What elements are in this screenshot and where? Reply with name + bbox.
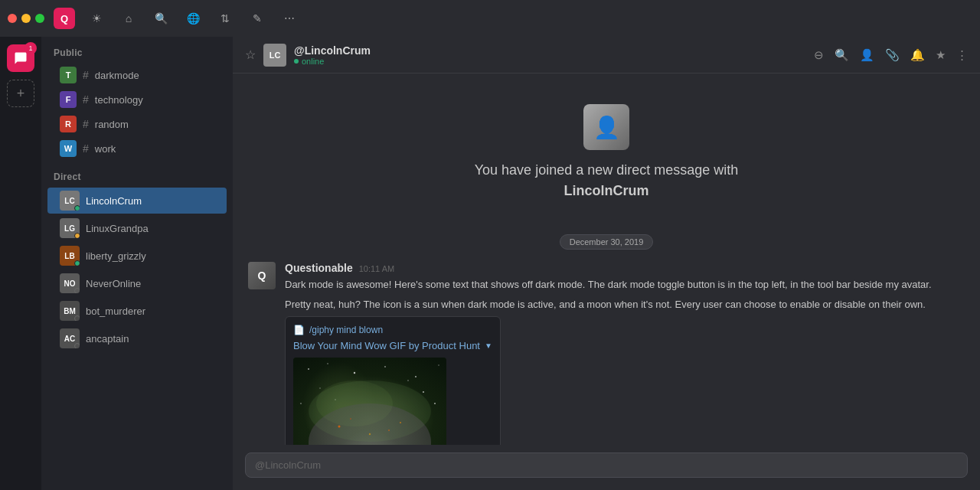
sun-icon[interactable]: ☀ [86, 8, 107, 29]
workspace-avatar[interactable]: Q [54, 8, 75, 29]
dm-ancaptain[interactable]: AC ancaptain [47, 325, 227, 351]
channel-work[interactable]: W # work [47, 137, 227, 160]
welcome-section: 👤 You have joined a new direct message w… [248, 89, 965, 222]
notification-badge: 1 [24, 42, 37, 54]
svg-point-14 [338, 426, 341, 428]
chat-input-area [233, 445, 980, 490]
svg-point-8 [300, 403, 302, 404]
hash-icon-4: # [83, 142, 89, 155]
giphy-command-text: /giphy mind blown [309, 325, 383, 335]
maximize-button[interactable] [35, 14, 44, 23]
bell-icon[interactable]: 🔔 [910, 48, 925, 62]
dm-name-linuxgrandpa: LinuxGrandpa [86, 223, 149, 234]
status-dot-offline-2 [74, 315, 80, 321]
giphy-title-row: Blow Your Mind Wow GIF by Product Hunt ▼ [293, 340, 492, 351]
channel-name-technology: technology [95, 94, 143, 106]
chat-header-info: @LincolnCrum online [294, 44, 371, 66]
edit-icon[interactable]: ✎ [247, 8, 268, 29]
status-dot-online-2 [74, 260, 80, 266]
message-content: Questionable 10:11 AM Dark mode is aweso… [285, 262, 965, 445]
search-header-icon[interactable]: 🔍 [835, 48, 849, 62]
channel-sidebar: Public T # darkmode F # technology R # r… [41, 37, 233, 490]
svg-point-0 [308, 368, 309, 370]
message-author-avatar: Q [248, 262, 276, 289]
bookmark-icon[interactable]: ★ [936, 48, 946, 62]
person-icon[interactable]: 👤 [860, 48, 874, 62]
workspace-sidebar: 1 + [0, 37, 41, 490]
star-icon[interactable]: ☆ [245, 47, 256, 62]
minimize-button[interactable] [21, 14, 31, 23]
paperclip-icon[interactable]: 📎 [885, 48, 900, 62]
dm-lincolncrum[interactable]: LC LincolnCrum [47, 188, 227, 214]
status-dot-online [74, 205, 80, 211]
svg-point-1 [327, 363, 328, 364]
chat-header: ☆ LC @LincolnCrum online ⊖ 🔍 👤 📎 🔔 ★ ⋮ [233, 37, 980, 74]
add-workspace-button[interactable]: + [7, 80, 34, 107]
zoom-out-icon[interactable]: ⊖ [814, 48, 824, 62]
svg-point-13 [316, 381, 393, 426]
chat-header-name: @LincolnCrum [294, 44, 371, 57]
hash-icon-2: # [83, 93, 89, 106]
direct-header: Direct [41, 161, 233, 187]
close-button[interactable] [8, 14, 17, 23]
chat-area: ☆ LC @LincolnCrum online ⊖ 🔍 👤 📎 🔔 ★ ⋮ [233, 37, 980, 490]
chat-messages: 👤 You have joined a new direct message w… [233, 74, 980, 445]
dm-bot-murderer[interactable]: BM bot_murderer [47, 298, 227, 324]
giphy-dropdown-icon[interactable]: ▼ [485, 341, 492, 350]
status-indicator [294, 59, 299, 64]
dm-avatar-liberty: LB [60, 246, 80, 266]
chat-input-box [245, 452, 968, 478]
message-text-1: Dark mode is awesome! Here's some text t… [285, 277, 965, 292]
date-divider: December 30, 2019 [248, 234, 965, 250]
message-author: Questionable [285, 262, 353, 274]
welcome-avatar-img: 👤 [583, 104, 629, 150]
chat-header-actions: ⊖ 🔍 👤 📎 🔔 ★ ⋮ [814, 48, 968, 62]
search-icon[interactable]: 🔍 [150, 8, 172, 29]
globe-icon[interactable]: 🌐 [182, 8, 204, 29]
channel-name-work: work [95, 143, 116, 155]
status-dot-offline-3 [74, 343, 80, 348]
giphy-file-icon: 📄 [293, 325, 305, 335]
welcome-text: You have joined a new direct message wit… [475, 162, 739, 178]
giphy-image [293, 358, 446, 445]
svg-point-4 [415, 376, 416, 377]
dm-avatar-lincolncrum: LC [60, 191, 80, 211]
home-icon[interactable]: ⌂ [118, 8, 139, 29]
dm-linuxgrandpa[interactable]: LG LinuxGrandpa [47, 215, 227, 241]
channel-avatar-technology: F [60, 91, 77, 108]
channel-avatar-darkmode: T [60, 67, 77, 83]
channel-darkmode[interactable]: T # darkmode [47, 64, 227, 87]
dm-name-never: NeverOnline [86, 278, 141, 289]
dm-avatar-never: NO [60, 273, 80, 293]
svg-point-5 [438, 364, 439, 366]
message-time: 10:11 AM [359, 264, 394, 273]
more-options-icon[interactable]: ⋮ [956, 48, 968, 62]
svg-point-10 [407, 380, 409, 381]
sort-icon[interactable]: ⇅ [214, 8, 236, 29]
channel-random[interactable]: R # random [47, 113, 227, 136]
giphy-block: 📄 /giphy mind blown Blow Your Mind Wow G… [285, 316, 501, 445]
giphy-command: 📄 /giphy mind blown [293, 325, 492, 335]
dm-name-lincolncrum: LincolnCrum [86, 195, 142, 207]
dm-avatar-bot: BM [60, 301, 80, 321]
channel-name-darkmode: darkmode [95, 70, 139, 81]
dm-name-liberty: liberty_grizzly [86, 250, 146, 262]
dm-neveronline[interactable]: NO NeverOnline [47, 270, 227, 296]
hash-icon: # [83, 69, 89, 81]
dm-name-bot: bot_murderer [86, 305, 145, 317]
giphy-title[interactable]: Blow Your Mind Wow GIF by Product Hunt [293, 340, 480, 351]
more-icon[interactable]: ⋯ [279, 8, 300, 29]
message-text-2: Pretty neat, huh? The icon is a sun when… [285, 297, 965, 312]
svg-point-15 [400, 422, 401, 423]
dm-liberty-grizzly[interactable]: LB liberty_grizzly [47, 243, 227, 269]
chat-header-avatar: LC [263, 44, 286, 67]
channel-avatar-work: W [60, 140, 77, 157]
public-header: Public [41, 37, 233, 63]
chat-input[interactable] [255, 459, 958, 471]
channel-technology[interactable]: F # technology [47, 88, 227, 111]
chat-icon[interactable]: 1 [7, 44, 34, 72]
stars-svg [293, 358, 446, 445]
main-layout: 1 + Public T # darkmode F # technology R… [0, 37, 980, 490]
giphy-image-inner [293, 358, 446, 445]
svg-point-7 [423, 391, 424, 393]
